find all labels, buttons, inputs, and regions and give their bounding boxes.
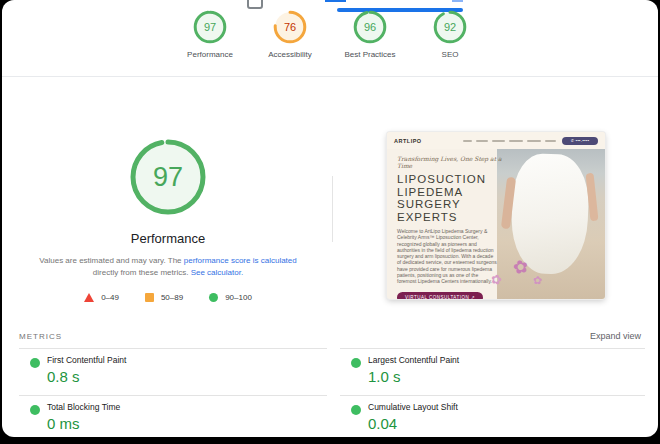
seo-label: SEO [442, 50, 459, 59]
legend-item-pass: 90–100 [209, 293, 252, 302]
accessibility-label: Accessibility [268, 50, 312, 59]
desc-text-1: Values are estimated and may vary. The [39, 256, 184, 265]
metric-first-contentful-paint: First Contentful Paint 0.8 s [19, 348, 327, 395]
accessibility-score: 76 [273, 10, 307, 44]
thumb-phone-button: ✆ ▪▪▪-▪▪▪▪ [562, 137, 598, 145]
category-accessibility[interactable]: 76 Accessibility [250, 10, 330, 59]
category-seo[interactable]: 92 SEO [410, 10, 490, 59]
legend-triangle-marker [84, 293, 94, 302]
seo-score: 92 [433, 10, 467, 44]
metric-pass-dot [30, 358, 40, 368]
lighthouse-report-card: 97 Performance 76 Accessibility 96 Best … [2, 0, 658, 437]
legend-range-high: 90–100 [225, 293, 252, 302]
performance-score: 97 [193, 10, 227, 44]
metric-pass-dot [30, 405, 40, 415]
legend-circle-marker [209, 293, 218, 302]
score-legend: 0–49 50–89 90–100 [2, 293, 334, 302]
performance-summary: 97 Performance Values are estimated and … [2, 76, 334, 302]
thumb-tagline: Transforming Lives, One Step at a Time [397, 155, 515, 169]
metrics-section: METRICS Expand view First Contentful Pai… [2, 322, 658, 437]
legend-range-low: 0–49 [101, 293, 119, 302]
thumb-headline: LIPOSUCTION LIPEDEMA SURGERY EXPERTS [397, 173, 515, 223]
metric-total-blocking-time: Total Blocking Time 0 ms [19, 395, 327, 437]
summary-description: Values are estimated and may vary. The p… [2, 255, 334, 279]
vertical-divider [332, 176, 333, 242]
performance-gauge: 97 [129, 138, 207, 216]
thumb-nav-links [463, 140, 556, 142]
tab-accent-line-light [452, 0, 463, 2]
best-practices-label: Best Practices [344, 50, 395, 59]
desc-text-2: directly from these metrics. [93, 268, 191, 277]
metric-pass-dot [351, 358, 361, 368]
thumb-flowers: ✿✿✿ [485, 250, 565, 296]
legend-range-mid: 50–89 [161, 293, 183, 302]
thumb-cta-button: VIRTUAL CONSULTATION ↗ [397, 292, 483, 299]
page-screenshot-thumbnail: ARTLIPO ✆ ▪▪▪-▪▪▪▪ Transforming Lives, O… [387, 132, 605, 299]
metric-largest-contentful-paint: Largest Contentful Paint 1.0 s [340, 348, 645, 395]
metrics-grid: First Contentful Paint 0.8 s Largest Con… [19, 348, 641, 437]
device-tab-icon[interactable] [247, 0, 263, 9]
score-calc-link[interactable]: performance score is calculated [184, 256, 297, 265]
legend-item-fail: 0–49 [84, 293, 119, 302]
legend-square-marker [145, 293, 154, 302]
best-practices-score: 96 [353, 10, 387, 44]
category-gauge-row: 97 Performance 76 Accessibility 96 Best … [2, 10, 658, 59]
metrics-heading: METRICS [19, 332, 62, 341]
metric-cumulative-layout-shift: Cumulative Layout Shift 0.04 [340, 395, 645, 437]
see-calculator-link[interactable]: See calculator. [191, 268, 243, 277]
expand-view-button[interactable]: Expand view [590, 331, 641, 341]
legend-item-average: 50–89 [145, 293, 183, 302]
thumb-logo: ARTLIPO [394, 138, 422, 144]
tab-accent-line [325, 0, 346, 2]
category-performance[interactable]: 97 Performance [170, 10, 250, 59]
metric-pass-dot [351, 405, 361, 415]
thumb-navbar: ARTLIPO ✆ ▪▪▪-▪▪▪▪ [387, 132, 605, 149]
thumb-body-text: Welcome to ArtLipo Lipedema Surgery & Ce… [397, 228, 497, 285]
performance-label: Performance [187, 50, 233, 59]
summary-title: Performance [2, 231, 334, 246]
category-best-practices[interactable]: 96 Best Practices [330, 10, 410, 59]
performance-gauge-score: 97 [129, 138, 207, 216]
